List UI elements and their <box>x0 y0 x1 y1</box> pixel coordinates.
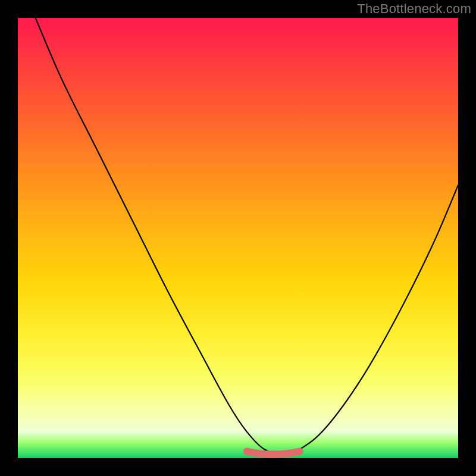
chart-frame: TheBottleneck.com <box>0 0 476 476</box>
optimal-region-marker <box>247 452 300 455</box>
plot-area <box>18 18 458 458</box>
curve-svg <box>18 18 458 458</box>
watermark-text: TheBottleneck.com <box>357 1 471 17</box>
bottleneck-curve-path <box>36 18 458 454</box>
